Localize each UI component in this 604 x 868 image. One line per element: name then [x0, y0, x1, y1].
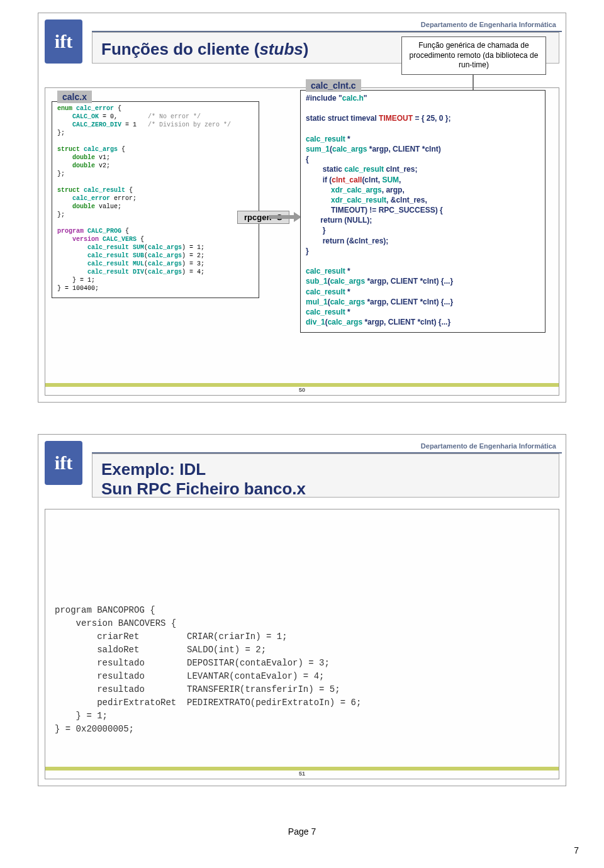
code-calc-x: enum calc_error { CALC_OK = 0, /* No err…: [52, 102, 259, 298]
slide-title-2: Exemplo: IDL Sun RPC Ficheiro banco.x: [101, 460, 306, 499]
code-calc-clnt: #include "calc.h" static struct timeval …: [301, 91, 545, 332]
slide-number-1: 50: [299, 387, 305, 393]
title-line-2: Sun RPC Ficheiro banco.x: [101, 479, 306, 499]
dept-header-2: Departamento de Engenharia Informática: [421, 442, 556, 450]
title-italic: stubs: [259, 40, 303, 58]
slide-2: Departamento de Engenharia Informática i…: [38, 434, 566, 786]
file-label-calc-x: calc.x: [57, 91, 92, 103]
content-area-1: Função genérica de chamada de procedimen…: [45, 87, 559, 396]
dept-header-1: Departamento de Engenharia Informática: [421, 21, 556, 28]
content-area-2: program BANCOPROG { version BANCOVERS { …: [45, 509, 559, 779]
code-box-calc-clnt: calc_clnt.c #include "calc.h" static str…: [300, 90, 545, 333]
arrow-icon: [269, 214, 300, 220]
logo-1: ift: [45, 19, 82, 64]
slide-title-1: Funções do cliente (stubs): [101, 40, 308, 59]
code-banco-x: program BANCOPROG { version BANCOVERS { …: [55, 604, 361, 736]
slide-1: Departamento de Engenharia Informática i…: [38, 13, 566, 403]
page-corner-number: 7: [574, 845, 579, 855]
logo-2: ift: [45, 441, 82, 485]
title-end: ): [303, 40, 309, 58]
title-line-1: Exemplo: IDL: [101, 460, 306, 479]
code-box-calc-x: calc.x enum calc_error { CALC_OK = 0, /*…: [52, 101, 259, 298]
callout-box: Função genérica de chamada de procedimen…: [401, 36, 546, 75]
slide-number-2: 51: [299, 771, 305, 777]
page-container: Departamento de Engenharia Informática i…: [0, 0, 604, 868]
page-footer: Page 7: [288, 826, 316, 837]
title-text: Funções do cliente (: [101, 40, 259, 58]
file-label-calc-clnt: calc_clnt.c: [306, 79, 361, 92]
